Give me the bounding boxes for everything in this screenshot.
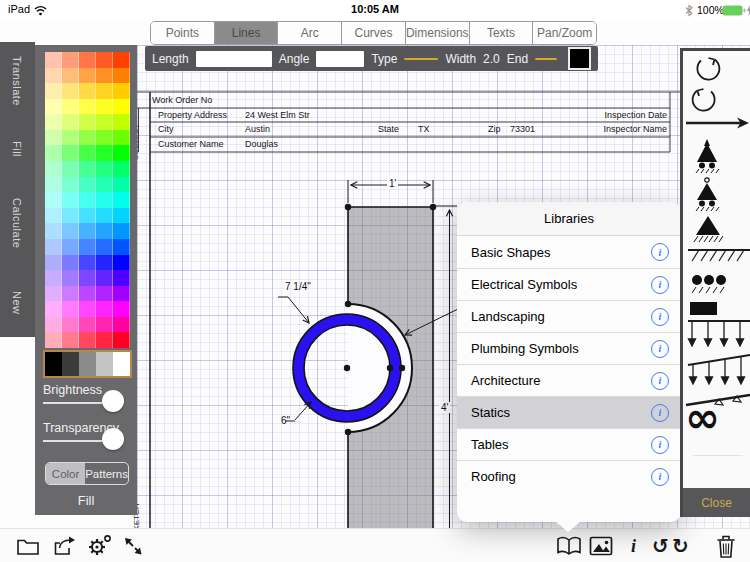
- palette-swatch[interactable]: [62, 68, 79, 84]
- fill-action-label[interactable]: Fill: [35, 493, 137, 508]
- info-icon[interactable]: i: [631, 532, 636, 560]
- palette-swatch[interactable]: [96, 223, 113, 239]
- rotate-cw-icon[interactable]: [691, 54, 723, 84]
- close-panel-button[interactable]: Close: [683, 488, 750, 517]
- library-book-icon[interactable]: [556, 532, 582, 560]
- palette-swatch[interactable]: [45, 114, 62, 130]
- library-item-plumbing-symbols[interactable]: Plumbing Symbols i: [457, 332, 681, 364]
- customer-name-value[interactable]: Douglas: [245, 139, 278, 149]
- mode-color[interactable]: Color: [46, 463, 85, 484]
- palette-swatch[interactable]: [113, 161, 130, 177]
- palette-swatch[interactable]: [79, 83, 96, 99]
- palette-swatch[interactable]: [79, 130, 96, 146]
- palette-swatch[interactable]: [62, 114, 79, 130]
- palette-swatch[interactable]: [79, 68, 96, 84]
- palette-swatch[interactable]: [96, 239, 113, 255]
- palette-swatch[interactable]: [79, 223, 96, 239]
- redo-icon[interactable]: ↻: [672, 532, 689, 560]
- width-value[interactable]: 2.0: [483, 52, 500, 66]
- palette-swatch[interactable]: [62, 177, 79, 193]
- library-item-landscaping[interactable]: Landscaping i: [457, 300, 681, 332]
- palette-swatch[interactable]: [113, 208, 130, 224]
- trash-icon[interactable]: [716, 532, 736, 560]
- palette-swatch[interactable]: [79, 114, 96, 130]
- grayscale-row[interactable]: [43, 350, 132, 378]
- palette-swatch[interactable]: [79, 332, 96, 348]
- menu-item-translate[interactable]: Translate: [11, 56, 23, 106]
- support-roller-circle-icon[interactable]: [690, 177, 724, 213]
- palette-swatch[interactable]: [96, 52, 113, 68]
- library-item-basic-shapes[interactable]: Basic Shapes i: [457, 236, 681, 268]
- palette-swatch[interactable]: [96, 99, 113, 115]
- resize-arrows-icon[interactable]: [122, 532, 144, 560]
- tab-curves[interactable]: Curves: [342, 22, 406, 44]
- grayscale-swatch[interactable]: [62, 352, 79, 376]
- palette-swatch[interactable]: [96, 255, 113, 271]
- palette-swatch[interactable]: [45, 255, 62, 271]
- palette-swatch[interactable]: [113, 192, 130, 208]
- palette-swatch[interactable]: [96, 301, 113, 317]
- palette-swatch[interactable]: [62, 239, 79, 255]
- palette-swatch[interactable]: [113, 239, 130, 255]
- dimension-height[interactable]: [435, 206, 457, 528]
- palette-swatch[interactable]: [45, 239, 62, 255]
- palette-swatch[interactable]: [113, 130, 130, 146]
- tab-texts[interactable]: Texts: [470, 22, 534, 44]
- zip-value[interactable]: 73301: [510, 124, 535, 134]
- palette-swatch[interactable]: [62, 52, 79, 68]
- palette-swatch[interactable]: [113, 99, 130, 115]
- palette-swatch[interactable]: [79, 177, 96, 193]
- image-icon[interactable]: [589, 532, 613, 560]
- city-value[interactable]: Austin: [245, 124, 270, 134]
- palette-swatch[interactable]: [113, 317, 130, 333]
- palette-swatch[interactable]: [113, 145, 130, 161]
- line-end-swatch[interactable]: [535, 58, 557, 60]
- force-arrow-icon[interactable]: [685, 115, 750, 131]
- palette-swatch[interactable]: [62, 83, 79, 99]
- menu-item-new[interactable]: New: [11, 291, 23, 315]
- line-type-swatch[interactable]: [404, 58, 438, 60]
- menu-item-fill[interactable]: Fill: [11, 141, 23, 157]
- palette-swatch[interactable]: [79, 255, 96, 271]
- palette-swatch[interactable]: [96, 332, 113, 348]
- mode-patterns[interactable]: Patterns: [85, 463, 128, 484]
- palette-swatch[interactable]: [96, 130, 113, 146]
- palette-swatch[interactable]: [96, 145, 113, 161]
- palette-swatch[interactable]: [45, 208, 62, 224]
- tab-points[interactable]: Points: [151, 22, 215, 44]
- library-item-electrical-symbols[interactable]: Electrical Symbols i: [457, 268, 681, 300]
- palette-swatch[interactable]: [113, 223, 130, 239]
- palette-swatch[interactable]: [79, 317, 96, 333]
- settings-gear-icon[interactable]: [86, 532, 112, 560]
- palette-swatch[interactable]: [62, 270, 79, 286]
- library-item-architecture[interactable]: Architecture i: [457, 364, 681, 396]
- palette-swatch[interactable]: [113, 286, 130, 302]
- palette-swatch[interactable]: [96, 83, 113, 99]
- palette-swatch[interactable]: [45, 161, 62, 177]
- palette-swatch[interactable]: [79, 99, 96, 115]
- palette-swatch[interactable]: [113, 68, 130, 84]
- palette-swatch[interactable]: [113, 114, 130, 130]
- transparency-slider-knob[interactable]: [102, 428, 124, 450]
- palette-swatch[interactable]: [62, 332, 79, 348]
- tab-arc[interactable]: Arc: [278, 22, 342, 44]
- palette-swatch[interactable]: [45, 68, 62, 84]
- info-icon[interactable]: i: [651, 404, 669, 422]
- infinity-beam-icon[interactable]: ∞: [685, 397, 720, 439]
- palette-swatch[interactable]: [45, 99, 62, 115]
- info-icon[interactable]: i: [651, 243, 669, 261]
- palette-swatch[interactable]: [79, 208, 96, 224]
- palette-swatch[interactable]: [45, 83, 62, 99]
- palette-swatch[interactable]: [62, 286, 79, 302]
- tab-dimensions[interactable]: Dimensions: [406, 22, 470, 44]
- library-item-statics[interactable]: Statics i: [457, 396, 681, 428]
- palette-swatch[interactable]: [79, 145, 96, 161]
- palette-swatch[interactable]: [96, 161, 113, 177]
- undo-icon[interactable]: ↺: [652, 532, 669, 560]
- palette-swatch[interactable]: [96, 177, 113, 193]
- rollers-icon[interactable]: [689, 273, 737, 295]
- palette-swatch[interactable]: [96, 68, 113, 84]
- support-pinned-icon[interactable]: [690, 215, 726, 243]
- info-icon[interactable]: i: [651, 276, 669, 294]
- palette-swatch[interactable]: [113, 301, 130, 317]
